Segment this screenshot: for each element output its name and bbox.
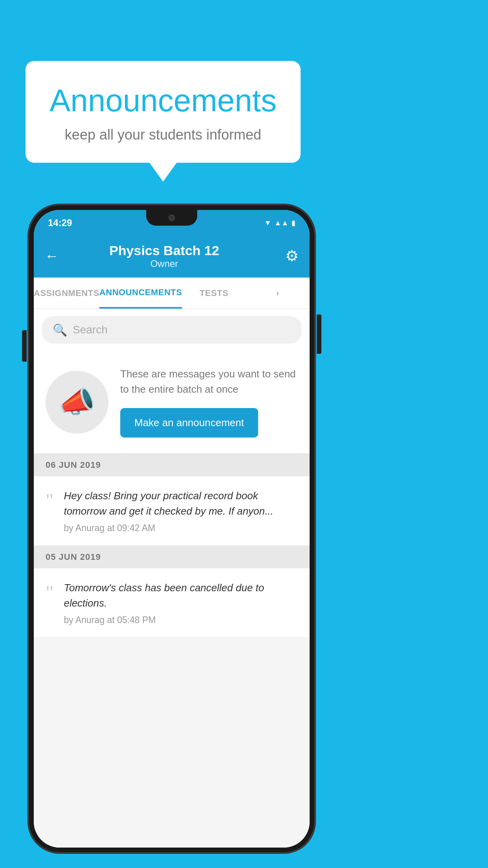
announcement-text-1: Hey class! Bring your practical record b… bbox=[64, 488, 298, 519]
front-camera bbox=[169, 215, 175, 221]
tab-assignments[interactable]: ASSIGNMENTS bbox=[34, 278, 99, 309]
battery-icon: ▮ bbox=[292, 219, 295, 227]
search-icon: 🔍 bbox=[53, 323, 67, 337]
phone-outer: 14:29 ▼ ▲▲ ▮ ← Physics Batch 12 Owner bbox=[28, 204, 315, 853]
content-area: 🔍 Search 📣 These are messages you want t… bbox=[34, 309, 310, 848]
quote-icon-1: " bbox=[46, 491, 53, 510]
app-bar-title-section: Physics Batch 12 Owner bbox=[67, 243, 262, 269]
announcement-icon-circle: 📣 bbox=[46, 371, 108, 434]
announcement-item-1: " Hey class! Bring your practical record… bbox=[34, 476, 310, 546]
make-announcement-button[interactable]: Make an announcement bbox=[120, 408, 258, 438]
announcement-right: These are messages you want to send to t… bbox=[120, 366, 298, 438]
signal-icon: ▲▲ bbox=[274, 219, 288, 227]
date-separator-2: 05 JUN 2019 bbox=[34, 546, 310, 568]
announcement-content-2: Tomorrow's class has been cancelled due … bbox=[64, 580, 298, 625]
back-button[interactable]: ← bbox=[45, 248, 59, 264]
wifi-icon: ▼ bbox=[264, 219, 272, 227]
speech-bubble-container: Announcements keep all your students inf… bbox=[26, 61, 301, 163]
tab-announcements[interactable]: ANNOUNCEMENTS bbox=[99, 278, 182, 309]
status-time: 14:29 bbox=[48, 217, 72, 228]
announcement-meta-1: by Anurag at 09:42 AM bbox=[64, 523, 298, 533]
announcement-item-2: " Tomorrow's class has been cancelled du… bbox=[34, 568, 310, 638]
status-icons: ▼ ▲▲ ▮ bbox=[264, 219, 295, 227]
announcement-prompt: 📣 These are messages you want to send to… bbox=[34, 351, 310, 454]
quote-icon-2: " bbox=[46, 583, 53, 602]
date-separator-1: 06 JUN 2019 bbox=[34, 454, 310, 476]
tab-tests[interactable]: TESTS bbox=[182, 278, 246, 309]
megaphone-icon: 📣 bbox=[59, 385, 95, 419]
app-bar-subtitle: Owner bbox=[67, 258, 262, 269]
app-bar: ← Physics Batch 12 Owner ⚙ bbox=[34, 234, 310, 278]
announcement-content-1: Hey class! Bring your practical record b… bbox=[64, 488, 298, 533]
bubble-subtitle: keep all your students informed bbox=[49, 127, 277, 143]
phone-content: ← Physics Batch 12 Owner ⚙ ASSIGNMENTS A… bbox=[34, 234, 310, 848]
announcement-meta-2: by Anurag at 05:48 PM bbox=[64, 615, 298, 625]
search-placeholder: Search bbox=[73, 324, 108, 336]
app-bar-title: Physics Batch 12 bbox=[67, 243, 262, 258]
tab-bar: ASSIGNMENTS ANNOUNCEMENTS TESTS › bbox=[34, 278, 310, 309]
phone-inner: 14:29 ▼ ▲▲ ▮ ← Physics Batch 12 Owner bbox=[34, 210, 310, 848]
search-bar-wrapper: 🔍 Search bbox=[34, 309, 310, 351]
notch bbox=[146, 210, 197, 226]
tab-more[interactable]: › bbox=[246, 278, 310, 309]
search-bar[interactable]: 🔍 Search bbox=[42, 316, 302, 344]
bubble-title: Announcements bbox=[49, 83, 277, 119]
speech-bubble: Announcements keep all your students inf… bbox=[26, 61, 301, 163]
status-bar: 14:29 ▼ ▲▲ ▮ bbox=[34, 210, 310, 234]
announcement-text-2: Tomorrow's class has been cancelled due … bbox=[64, 580, 298, 611]
settings-button[interactable]: ⚙ bbox=[285, 247, 299, 265]
phone-mockup: 14:29 ▼ ▲▲ ▮ ← Physics Batch 12 Owner bbox=[28, 204, 315, 853]
announcement-description: These are messages you want to send to t… bbox=[120, 366, 298, 397]
